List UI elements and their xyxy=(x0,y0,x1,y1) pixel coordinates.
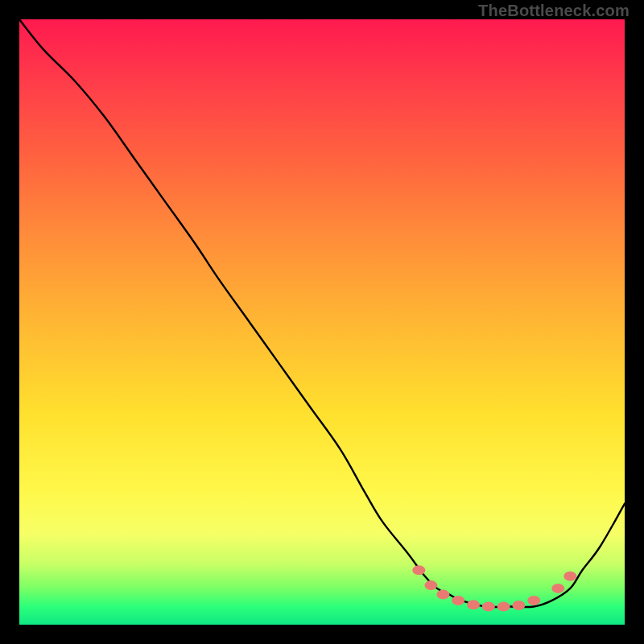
highlight-dot xyxy=(412,565,425,575)
highlight-dot xyxy=(497,601,510,611)
highlight-dot xyxy=(527,596,540,605)
highlight-dot xyxy=(551,584,564,593)
watermark-text: TheBottleneck.com xyxy=(478,2,630,20)
chart-frame: TheBottleneck.com xyxy=(0,0,644,644)
highlight-dot xyxy=(564,572,576,581)
curve-overlay xyxy=(19,19,625,625)
highlight-dot xyxy=(452,596,464,605)
highlight-dot xyxy=(467,600,480,609)
bottleneck-curve xyxy=(19,19,625,607)
highlight-dot xyxy=(424,580,437,590)
highlight-dot xyxy=(436,589,449,599)
highlight-dot xyxy=(482,601,495,611)
highlight-dot xyxy=(512,601,525,610)
plot-area xyxy=(19,19,625,625)
